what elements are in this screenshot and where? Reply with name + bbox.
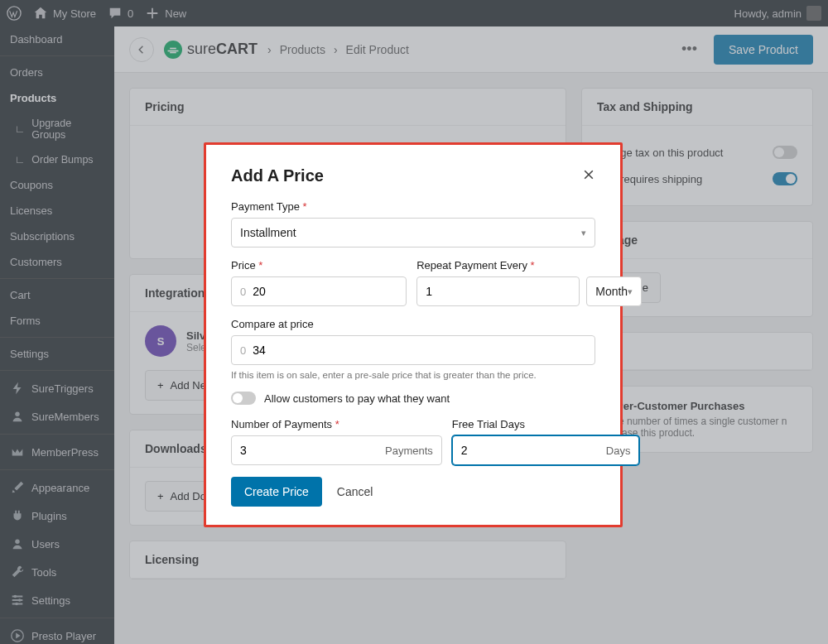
payments-suffix: Payments (385, 445, 433, 457)
price-field[interactable] (253, 285, 397, 298)
close-button[interactable] (582, 168, 595, 185)
trial-days-input[interactable]: Days (452, 435, 640, 465)
repeat-interval-field[interactable] (426, 285, 570, 298)
trial-days-field[interactable] (461, 444, 606, 457)
price-label: Price * (231, 259, 407, 272)
compare-at-input[interactable]: 0 (231, 335, 595, 365)
modal-title: Add A Price (231, 166, 324, 185)
payment-type-select[interactable]: Installment ▾ (231, 218, 595, 248)
compare-at-field[interactable] (253, 344, 586, 357)
add-price-modal: Add A Price Payment Type * Installment ▾… (204, 142, 623, 527)
num-payments-label: Number of Payments * (231, 418, 442, 430)
repeat-unit-select[interactable]: Month ▾ (586, 276, 642, 306)
compare-at-label: Compare at price (231, 318, 595, 330)
repeat-unit-value: Month (595, 285, 628, 298)
currency-prefix: 0 (240, 286, 246, 298)
days-suffix: Days (606, 445, 631, 457)
repeat-interval-input[interactable] (416, 276, 580, 306)
num-payments-input[interactable]: Payments (231, 435, 442, 465)
pay-what-you-want-toggle[interactable] (231, 392, 256, 405)
trial-days-label: Free Trial Days (452, 418, 640, 430)
payment-type-label: Payment Type * (231, 200, 595, 213)
compare-help-text: If this item is on sale, enter a pre-sal… (231, 370, 595, 380)
close-icon (582, 168, 595, 181)
num-payments-field[interactable] (240, 444, 385, 457)
payment-type-value: Installment (240, 226, 296, 239)
repeat-label: Repeat Payment Every * (416, 259, 642, 272)
chevron-down-icon: ▾ (628, 286, 633, 297)
pay-what-you-want-label: Allow customers to pay what they want (264, 392, 450, 405)
currency-prefix: 0 (240, 344, 246, 357)
chevron-down-icon: ▾ (581, 228, 586, 238)
price-input[interactable]: 0 (231, 276, 407, 306)
cancel-button[interactable]: Cancel (337, 485, 373, 498)
create-price-button[interactable]: Create Price (231, 477, 322, 507)
